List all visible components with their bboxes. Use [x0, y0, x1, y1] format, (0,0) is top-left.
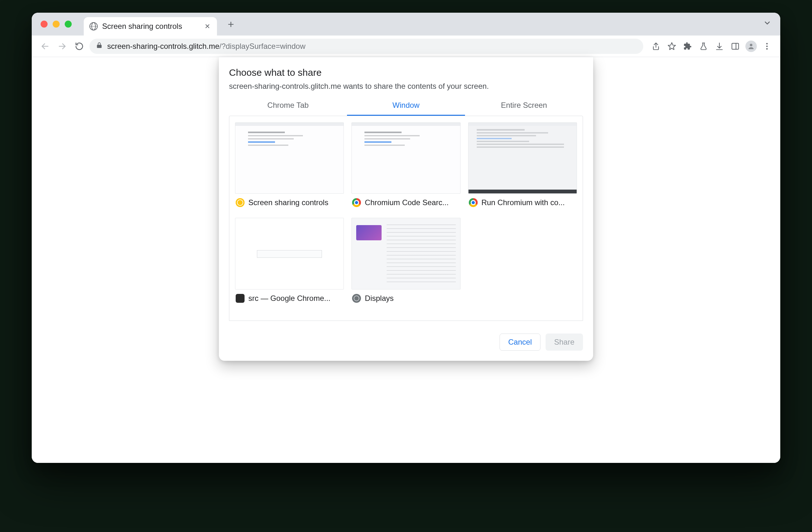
window-close-button[interactable]	[41, 20, 47, 28]
page-content: Choose what to share screen-sharing-cont…	[32, 57, 780, 463]
window-thumbnail	[235, 122, 344, 194]
window-thumbnail	[351, 122, 460, 194]
window-minimize-button[interactable]	[53, 20, 60, 28]
globe-icon	[89, 22, 98, 30]
avatar-icon	[745, 41, 757, 52]
share-page-button[interactable]	[649, 39, 663, 53]
terminal-icon	[236, 294, 245, 303]
titlebar: Screen sharing controls × +	[32, 13, 780, 35]
address-bar[interactable]: screen-sharing-controls.glitch.me/?displ…	[89, 39, 643, 54]
svg-point-8	[766, 45, 768, 47]
window-option[interactable]: Run Chromium with co...	[468, 122, 577, 207]
url-host: screen-sharing-controls.glitch.me	[107, 42, 219, 50]
reload-button[interactable]	[72, 39, 86, 53]
window-label: Chromium Code Searc...	[365, 198, 449, 207]
url-text: screen-sharing-controls.glitch.me/?displ…	[107, 42, 305, 51]
svg-point-7	[766, 43, 768, 44]
chrome-icon	[352, 198, 361, 207]
dialog-title: Choose what to share	[219, 67, 593, 82]
tabstrip-overflow-button[interactable]	[763, 19, 771, 29]
svg-rect-4	[732, 43, 739, 49]
svg-point-9	[766, 48, 768, 49]
window-label: src — Google Chrome...	[248, 294, 331, 303]
svg-point-6	[750, 44, 752, 46]
window-thumbnail	[351, 218, 460, 289]
system-settings-icon	[352, 294, 361, 303]
tab-chrome-tab[interactable]: Chrome Tab	[229, 97, 347, 116]
url-rest: /?displaySurface=window	[219, 42, 305, 50]
toolbar: screen-sharing-controls.glitch.me/?displ…	[32, 35, 780, 57]
window-label: Displays	[365, 294, 394, 303]
window-grid: Screen sharing controls Chromium Code Se…	[229, 116, 583, 321]
tab-title: Screen sharing controls	[102, 22, 199, 31]
chrome-menu-button[interactable]	[760, 39, 774, 53]
window-option[interactable]: Chromium Code Searc...	[351, 122, 460, 207]
chrome-icon	[469, 198, 478, 207]
lock-icon	[96, 42, 103, 51]
new-tab-button[interactable]: +	[224, 18, 237, 30]
back-button[interactable]	[38, 39, 52, 53]
forward-button[interactable]	[55, 39, 69, 53]
tab-window[interactable]: Window	[347, 97, 465, 116]
cancel-button[interactable]: Cancel	[499, 334, 540, 351]
bookmark-star-button[interactable]	[665, 39, 679, 53]
window-option[interactable]: src — Google Chrome...	[235, 218, 344, 302]
dialog-actions: Cancel Share	[219, 321, 593, 353]
window-option[interactable]: Screen sharing controls	[235, 122, 344, 207]
profile-avatar-button[interactable]	[744, 39, 758, 53]
tab-entire-screen[interactable]: Entire Screen	[465, 97, 583, 116]
share-button[interactable]: Share	[546, 334, 583, 351]
window-option[interactable]: Displays	[351, 218, 460, 302]
svg-marker-2	[668, 43, 675, 49]
window-thumbnail	[468, 122, 577, 194]
picker-tabs: Chrome Tab Window Entire Screen	[219, 97, 593, 116]
tab-close-button[interactable]: ×	[204, 22, 211, 31]
window-label: Screen sharing controls	[248, 198, 328, 207]
window-zoom-button[interactable]	[65, 20, 72, 28]
share-picker-dialog: Choose what to share screen-sharing-cont…	[219, 57, 593, 361]
browser-window: Screen sharing controls × + screen-shari…	[32, 13, 780, 463]
downloads-button[interactable]	[712, 39, 726, 53]
traffic-lights	[37, 20, 79, 28]
window-thumbnail	[235, 218, 344, 289]
browser-tab[interactable]: Screen sharing controls ×	[84, 17, 217, 35]
omnibox-actions	[647, 39, 774, 53]
window-label: Run Chromium with co...	[481, 198, 565, 207]
chrome-canary-icon	[236, 198, 245, 207]
dialog-subtitle: screen-sharing-controls.glitch.me wants …	[219, 82, 593, 97]
extensions-button[interactable]	[681, 39, 695, 53]
sidepanel-button[interactable]	[728, 39, 742, 53]
labs-button[interactable]	[697, 39, 710, 53]
